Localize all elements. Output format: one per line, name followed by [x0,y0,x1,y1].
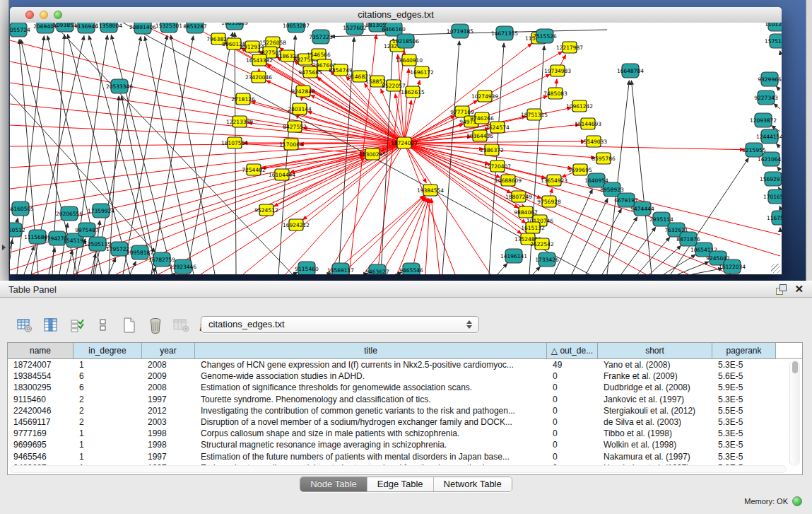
graph-node-label: 15144693 [575,121,601,127]
citation-edge-black[interactable] [631,81,652,274]
table-row[interactable]: 2242004622012Investigating the contribut… [8,405,802,416]
citation-edge-red[interactable] [404,69,408,143]
citation-edge-black[interactable] [664,255,695,274]
table-row[interactable]: 1830029562008Estimation of significance … [8,382,802,393]
table-row[interactable]: 1938455462009Genome-wide association stu… [8,370,802,382]
graph-node-label: 1640954 [584,177,608,184]
graph-node-label: 9242848 [291,88,315,95]
graph-node-label: 9975487 [75,227,99,233]
delete-table-icon[interactable] [172,316,191,334]
table-cell: 9115460 [8,395,73,404]
network-window-titlebar[interactable]: citations_edges.txt [10,7,782,23]
tab-edge-table[interactable]: Edge Table [367,477,434,491]
row-height-icon[interactable] [94,316,112,334]
citation-edge-red[interactable] [158,143,404,274]
citation-edge-black[interactable] [174,273,175,274]
citation-edge-black[interactable] [145,37,194,274]
delete-trash-icon[interactable] [146,316,165,334]
table-selector-dropdown[interactable]: citations_edges.txt [201,316,479,333]
tab-node-table[interactable]: Node Table [300,477,367,491]
citation-edge-black[interactable] [649,245,681,274]
citation-edge-red[interactable] [331,196,424,274]
network-view[interactable]: 1872400719384554796382289601288912934152… [10,23,782,274]
table-cell: 5.3E-5 [712,452,776,462]
citation-edge-black[interactable] [171,35,215,274]
citation-edge-black[interactable] [533,267,540,274]
table-row[interactable]: 1456911722003Disruption of a novel membe… [8,416,802,428]
graph-node-label: 2803144 [288,106,312,112]
citation-edge-red[interactable] [10,143,404,146]
column-grid-icon[interactable] [42,316,60,334]
citation-edge-black[interactable] [151,36,194,274]
table-row[interactable]: 1872400712008Changes of HCN gene express… [8,359,802,370]
citation-edge-black[interactable] [130,262,136,274]
table-cell: 0 [547,417,598,427]
right-panel-divider[interactable] [806,0,812,281]
citation-edge-black[interactable] [10,240,12,259]
column-header-pagerank[interactable]: pagerank [712,343,776,358]
table-row[interactable]: 946554611997Estimation of the future num… [8,451,802,462]
column-header-title[interactable]: title [195,343,547,358]
table-row[interactable]: 911546021997Tourette syndrome. Phenomeno… [8,394,802,405]
citation-edge-black[interactable] [602,217,637,274]
graph-node-label: 18724007 [391,140,418,146]
citation-edge-red[interactable] [431,199,440,274]
citation-edge-black[interactable] [66,250,73,274]
citation-edge-black[interactable] [777,86,780,90]
table-cell: de Silva et al. (2003) [598,417,712,427]
citation-edge-black[interactable] [293,272,298,274]
citation-edge-black[interactable] [637,238,670,274]
citation-edge-black[interactable] [777,144,780,148]
table-cell: Tourette syndrome. Phenomenology and cla… [195,395,547,404]
citation-edge-black[interactable] [678,262,709,274]
horizontal-scrollbar[interactable] [11,465,787,473]
column-header-in_degree[interactable]: in_degree [73,343,142,358]
citation-edge-red[interactable] [404,143,744,150]
network-window-title: citations_edges.txt [10,7,782,23]
table-cell: 2008 [142,360,195,370]
graph-node-label: 15720407 [484,163,511,170]
table-cell: 1 [73,440,142,450]
scrollbar-thumb[interactable] [792,361,798,373]
table-cell: 6 [73,382,142,392]
citation-edge-red[interactable] [404,141,585,143]
citation-edge-red[interactable] [381,197,426,274]
citation-edge-red[interactable] [404,143,731,274]
citation-edge-black[interactable] [777,167,780,170]
citation-edge-black[interactable] [24,246,34,274]
citation-edge-black[interactable] [498,263,507,274]
table-row[interactable]: 977716911998Corpus callosum shape and si… [8,428,802,439]
citation-edge-black[interactable] [572,199,608,274]
table-row[interactable]: 969969511998Structural magnetic resonanc… [8,439,802,450]
table-mode-icon[interactable] [16,316,34,334]
memory-status[interactable]: Memory: OK [744,496,802,506]
vertical-scrollbar[interactable] [789,360,800,466]
citation-edge-black[interactable] [774,104,780,109]
citation-edge-black[interactable] [586,209,621,274]
network-graph[interactable]: 1872400719384554796382289601288912934152… [10,23,782,274]
column-header-year[interactable]: year [142,343,195,358]
expand-left-panel-icon[interactable] [2,245,6,250]
graph-node-label: 1545194 [63,238,87,244]
citation-edge-black[interactable] [49,248,55,274]
citation-edge-red[interactable] [201,143,404,274]
column-header-short[interactable]: short [598,343,712,358]
graph-node-label: 16210643 [758,156,782,163]
citation-edge-black[interactable] [489,43,504,274]
graph-node-label: 1733426 [535,257,559,263]
close-panel-icon[interactable]: ✕ [794,283,804,296]
column-header-out_de[interactable]: △ out_de... [547,343,598,358]
node-table[interactable]: namein_degreeyeartitle△ out_de...shortpa… [7,342,803,475]
table-cell: 1998 [142,440,195,450]
select-columns-check-icon[interactable] [68,316,86,334]
tab-network-table[interactable]: Network Table [434,477,512,491]
new-file-icon[interactable] [120,316,139,334]
window-resize-grip[interactable] [771,264,780,273]
column-header-name[interactable]: name [8,343,73,358]
float-panel-icon[interactable] [776,284,787,295]
memory-ok-indicator [792,496,802,506]
graph-node-label: 8215955 [742,147,766,153]
left-panel-divider[interactable] [0,0,9,281]
citation-edge-black[interactable] [779,206,780,208]
citation-edge-black[interactable] [692,269,722,274]
